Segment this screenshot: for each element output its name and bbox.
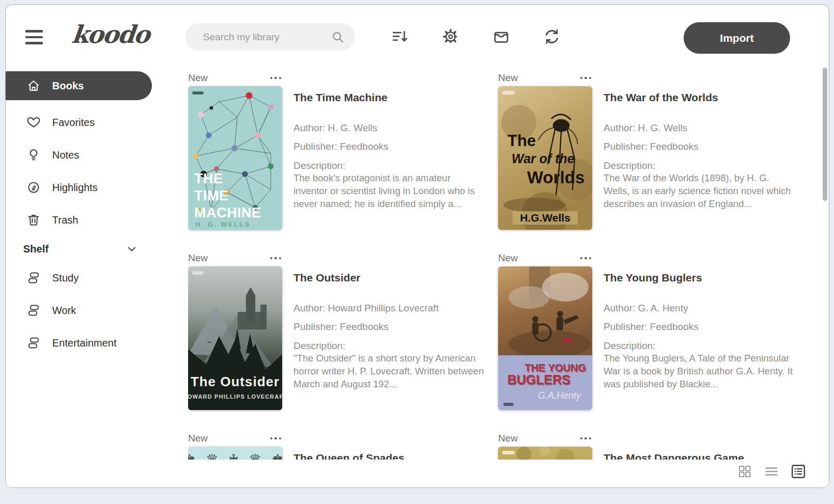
svg-text:BUGLERS: BUGLERS — [507, 372, 570, 387]
shelf-section-header[interactable]: Shelf — [6, 239, 152, 259]
more-options-icon[interactable] — [269, 75, 283, 82]
book-publisher: Publisher: Feedbooks — [294, 141, 486, 152]
import-button[interactable]: Import — [684, 22, 790, 54]
svg-text:HOWARD PHILLIPS LOVECRAFT: HOWARD PHILLIPS LOVECRAFT — [188, 393, 282, 400]
inbox-icon[interactable] — [492, 27, 511, 46]
svg-text:THE YOUNG: THE YOUNG — [524, 362, 586, 373]
new-badge: New — [188, 433, 208, 444]
more-options-icon[interactable] — [269, 255, 283, 262]
trash-icon — [26, 213, 41, 227]
highlighter-icon — [26, 180, 41, 195]
book-card: New — [188, 72, 481, 233]
sidebar-item-trash[interactable]: Trash — [6, 206, 152, 234]
book-card: New — [498, 253, 791, 414]
book-title[interactable]: The Most Dangerous Game — [604, 452, 791, 460]
sidebar-item-highlights[interactable]: Highlights — [6, 173, 152, 202]
sidebar-item-work[interactable]: Work — [6, 296, 152, 325]
new-badge: New — [498, 253, 518, 264]
sidebar-item-label: Work — [52, 305, 76, 317]
more-options-icon[interactable] — [579, 75, 593, 82]
svg-text:TIME: TIME — [194, 188, 229, 203]
svg-text:The: The — [507, 132, 536, 150]
cover-publisher-mark — [502, 451, 515, 454]
detail-view-icon[interactable] — [791, 464, 806, 479]
sidebar-item-label: Study — [52, 272, 79, 284]
book-card: New ♚ ♛ ♰ ♛ ♚ The Queen of Spades — [188, 433, 481, 460]
svg-text:H. G. WELLS: H. G. WELLS — [195, 220, 251, 228]
footer-bar — [6, 460, 829, 487]
sidebar-item-favorites[interactable]: Favorites — [6, 108, 152, 137]
grid-view-icon[interactable] — [737, 464, 752, 479]
cover-publisher-mark — [503, 403, 514, 406]
book-title[interactable]: The Young Buglers — [604, 272, 796, 284]
sidebar-item-label: Trash — [52, 214, 78, 226]
svg-text:Worlds: Worlds — [527, 168, 584, 187]
sidebar-item-label: Highlights — [52, 182, 98, 194]
description-label: Description: — [294, 340, 486, 352]
svg-text:G.A.Henty: G.A.Henty — [538, 390, 581, 401]
book-author: Author: Howard Phillips Lovecraft — [294, 303, 486, 314]
sidebar-item-study[interactable]: Study — [6, 263, 152, 292]
shelf-icon — [26, 271, 41, 285]
new-badge: New — [498, 433, 518, 444]
more-options-icon[interactable] — [269, 435, 283, 442]
svg-text:The Outsider: The Outsider — [191, 374, 280, 389]
cover-publisher-mark — [502, 91, 515, 94]
book-author: Author: G. A. Henty — [604, 303, 796, 314]
more-options-icon[interactable] — [579, 255, 593, 262]
book-cover[interactable]: The War of the Worlds H.G.Wells — [498, 86, 592, 230]
sort-icon[interactable] — [391, 27, 409, 46]
bulb-icon — [26, 148, 41, 162]
book-cover[interactable]: The Outsider HOWARD PHILLIPS LOVECRAFT — [188, 266, 282, 410]
vertical-scrollbar[interactable] — [823, 68, 827, 201]
sync-icon[interactable] — [543, 27, 561, 46]
description-label: Description: — [294, 160, 486, 171]
search-input[interactable] — [186, 32, 331, 43]
shelf-icon — [26, 303, 41, 318]
heart-icon — [26, 115, 41, 130]
book-title[interactable]: The Time Machine — [294, 91, 486, 104]
sidebar-item-label: Notes — [52, 149, 79, 161]
book-cover[interactable]: THE TIME MACHINE H. G. WELLS — [188, 86, 282, 230]
description-label: Description: — [604, 160, 796, 171]
svg-text:♚ ♛ ♰ ♛ ♚: ♚ ♛ ♰ ♛ ♚ — [188, 452, 282, 460]
settings-gear-icon[interactable] — [441, 27, 460, 46]
book-title[interactable]: The War of the Worlds — [604, 91, 796, 104]
book-card: New — [498, 433, 791, 460]
new-badge: New — [498, 72, 518, 84]
chevron-down-icon[interactable] — [125, 242, 139, 256]
app-logo: koodo — [70, 20, 166, 49]
list-view-icon[interactable] — [764, 464, 779, 479]
book-card: New — [498, 72, 791, 233]
sidebar-item-entertainment[interactable]: Entertainment — [6, 328, 152, 357]
sidebar-item-notes[interactable]: Notes — [6, 140, 152, 169]
home-icon — [26, 78, 41, 93]
cover-publisher-mark — [192, 271, 204, 275]
new-badge: New — [188, 253, 208, 264]
svg-text:War of the: War of the — [512, 151, 575, 166]
book-cover[interactable]: ♚ ♛ ♰ ♛ ♚ — [188, 447, 282, 460]
sidebar: Books Favorites Notes — [6, 67, 166, 428]
book-cover[interactable] — [498, 447, 592, 460]
shelf-icon — [26, 336, 41, 350]
description-label: Description: — [604, 340, 796, 352]
svg-text:H.G.Wells: H.G.Wells — [520, 212, 570, 224]
hamburger-menu-icon[interactable] — [25, 30, 44, 46]
sidebar-item-label: Favorites — [52, 117, 95, 129]
book-title[interactable]: The Queen of Spades — [294, 452, 481, 460]
search-box[interactable] — [186, 23, 355, 51]
sidebar-item-label: Books — [52, 80, 84, 92]
svg-text:MACHINE: MACHINE — [194, 205, 261, 220]
app-window: koodo — [5, 4, 829, 488]
book-author: Author: H. G. Wells — [294, 122, 486, 134]
book-cover[interactable]: THE YOUNG THE YOUNG BUGLERS BUGLERS G.A.… — [498, 266, 592, 410]
book-description: The book's protagonist is an amateur inv… — [294, 171, 486, 210]
sidebar-item-books[interactable]: Books — [6, 71, 152, 100]
search-icon[interactable] — [331, 30, 345, 44]
book-description: "The Outsider" is a short story by Ameri… — [294, 352, 486, 390]
book-title[interactable]: The Outsider — [294, 272, 486, 284]
sidebar-item-label: Entertainment — [52, 337, 117, 349]
more-options-icon[interactable] — [579, 435, 593, 442]
book-publisher: Publisher: Feedbooks — [604, 141, 796, 152]
svg-text:THE: THE — [194, 171, 223, 186]
